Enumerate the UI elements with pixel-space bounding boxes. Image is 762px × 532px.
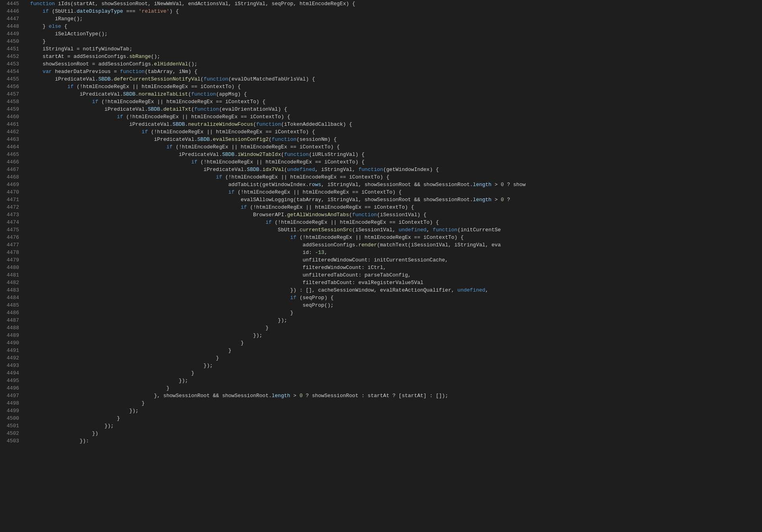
code-line: id: -13, xyxy=(30,249,762,256)
line-number: 4462 xyxy=(6,128,19,136)
code-line: } xyxy=(30,324,762,332)
line-number: 4474 xyxy=(6,219,19,226)
code-line: if (!htmlEncodeRegEx || htmlEncodeRegEx … xyxy=(30,83,762,90)
code-line: iPredicateVal.SBDB.normalizeTabList(func… xyxy=(30,90,762,98)
code-line: }); xyxy=(30,422,762,430)
line-number: 4475 xyxy=(6,226,19,234)
line-number: 4457 xyxy=(6,90,19,98)
code-line: unfilteredTabCount: parseTabConfig, xyxy=(30,271,762,279)
code-line: }); xyxy=(30,377,762,384)
line-number: 4503 xyxy=(6,437,19,445)
code-line: seqProp(); xyxy=(30,302,762,309)
line-number: 4470 xyxy=(6,188,19,196)
code-line: } else { xyxy=(30,23,762,30)
code-line: if (seqProp) { xyxy=(30,294,762,302)
code-line: }) : [], cacheSessionWindow, evalRateAct… xyxy=(30,286,762,294)
code-line: iSelActionType(); xyxy=(30,30,762,38)
line-number: 4480 xyxy=(6,264,19,271)
line-number: 4450 xyxy=(6,38,19,45)
code-line: if (!htmlEncodeRegEx || htmlEncodeRegEx … xyxy=(30,204,762,211)
code-line: if (!htmlEncodeRegEx || htmlEncodeRegEx … xyxy=(30,158,762,166)
line-number: 4479 xyxy=(6,256,19,264)
line-number: 4445 xyxy=(6,0,19,8)
line-number: 4477 xyxy=(6,241,19,249)
code-line: } xyxy=(30,384,762,392)
code-line: iPredicateVal.SBDB.neutralizeWindowFocus… xyxy=(30,121,762,128)
code-line: }, showSessionRoot && showSessionRoot.le… xyxy=(30,392,762,399)
line-number: 4458 xyxy=(6,98,19,106)
line-number: 4483 xyxy=(6,286,19,294)
code-line: } xyxy=(30,339,762,347)
code-line: if (SbUtil.dateDisplayType === 'relative… xyxy=(30,8,762,15)
code-line: if (!htmlEncodeRegEx || htmlEncodeRegEx … xyxy=(30,188,762,196)
line-number: 4447 xyxy=(6,15,19,23)
line-number: 4499 xyxy=(6,407,19,415)
code-line: } xyxy=(30,415,762,422)
line-number: 4485 xyxy=(6,302,19,309)
code-line: SbUtil.currentSessionSrc(iSession1Val, u… xyxy=(30,226,762,234)
code-line: iPredicateVal.SBDB.evalSessionConfig2(fu… xyxy=(30,136,762,143)
line-number: 4488 xyxy=(6,324,19,332)
line-number: 4464 xyxy=(6,143,19,151)
line-number: 4498 xyxy=(6,399,19,407)
line-number: 4463 xyxy=(6,136,19,143)
line-number: 4471 xyxy=(6,196,19,204)
code-line: }); xyxy=(30,317,762,324)
line-number: 4482 xyxy=(6,279,19,286)
line-number: 4446 xyxy=(6,8,19,15)
code-line: function iIds(startAt, showSessionRoot, … xyxy=(30,0,762,8)
code-line: filteredWindowCount: iCtrl, xyxy=(30,264,762,271)
line-number: 4478 xyxy=(6,249,19,256)
line-number: 4459 xyxy=(6,106,19,113)
code-line: }); xyxy=(30,332,762,339)
line-number: 4449 xyxy=(6,30,19,38)
code-line: iPredicateVal.SBDB.idx7Val(undefined, iS… xyxy=(30,166,762,173)
line-number: 4500 xyxy=(6,415,19,422)
code-line: iRange(); xyxy=(30,15,762,23)
line-number: 4467 xyxy=(6,166,19,173)
code-line: if (!htmlEncodeRegEx || htmlEncodeRegEx … xyxy=(30,234,762,241)
code-line: filteredTabCount: evalRegisterValue5Val xyxy=(30,279,762,286)
line-number: 4490 xyxy=(6,339,19,347)
code-line: showSessionRoot = addSessionConfigs.elHi… xyxy=(30,60,762,68)
code-line: if (!htmlEncodeRegEx || htmlEncodeRegEx … xyxy=(30,143,762,151)
line-number: 4496 xyxy=(6,384,19,392)
code-line: }); xyxy=(30,362,762,369)
code-line: iPredicateVal.SBDB.deferCurrentSessionNo… xyxy=(30,75,762,83)
code-line: if (!htmlEncodeRegEx || htmlEncodeRegEx … xyxy=(30,128,762,136)
line-number: 4473 xyxy=(6,211,19,219)
line-number: 4491 xyxy=(6,347,19,354)
line-number: 4456 xyxy=(6,83,19,90)
code-editor: 4445444644474448444944504451445244534454… xyxy=(0,0,762,532)
line-number: 4493 xyxy=(6,362,19,369)
line-number: 4469 xyxy=(6,181,19,188)
line-number: 4452 xyxy=(6,53,19,60)
line-number: 4472 xyxy=(6,204,19,211)
code-line: } xyxy=(30,369,762,377)
code-line: } xyxy=(30,347,762,354)
line-number: 4497 xyxy=(6,392,19,399)
line-number: 4489 xyxy=(6,332,19,339)
code-line: unfilteredWindowCount: initCurrentSessio… xyxy=(30,256,762,264)
code-content-area[interactable]: function iIds(startAt, showSessionRoot, … xyxy=(24,0,762,532)
code-line: if (!htmlEncodeRegEx || htmlEncodeRegEx … xyxy=(30,219,762,226)
line-number: 4466 xyxy=(6,158,19,166)
line-number: 4461 xyxy=(6,121,19,128)
line-number: 4453 xyxy=(6,60,19,68)
code-line: startAt = addSessionConfigs.sbRange(); xyxy=(30,53,762,60)
code-line: addSessionConfigs.render(matchText(iSess… xyxy=(30,241,762,249)
line-number-gutter: 4445444644474448444944504451445244534454… xyxy=(0,0,24,532)
line-number: 4448 xyxy=(6,23,19,30)
line-number: 4454 xyxy=(6,68,19,75)
code-line: iPredicateVal.SBDB.iWindow2TabIdx(functi… xyxy=(30,151,762,158)
code-line: if (!htmlEncodeRegEx || htmlEncodeRegEx … xyxy=(30,173,762,181)
code-line: } xyxy=(30,309,762,317)
line-number: 4487 xyxy=(6,317,19,324)
code-line: BrowserAPI.getAllWindowsAndTabs(function… xyxy=(30,211,762,219)
code-line: }) xyxy=(30,430,762,437)
line-number: 4451 xyxy=(6,45,19,53)
line-number: 4481 xyxy=(6,271,19,279)
code-line: } xyxy=(30,399,762,407)
line-number: 4495 xyxy=(6,377,19,384)
line-number: 4492 xyxy=(6,354,19,362)
